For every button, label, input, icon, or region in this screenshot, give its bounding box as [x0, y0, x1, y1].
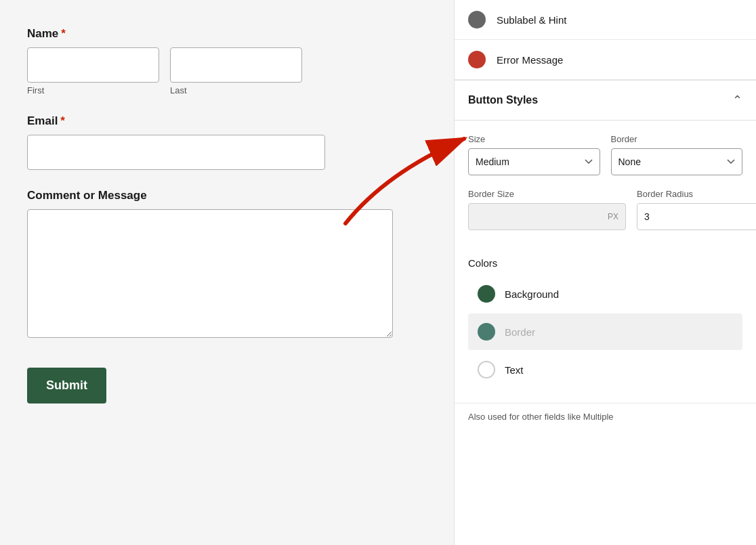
error-message-label: Error Message [497, 54, 563, 66]
name-inputs-row: First Last [27, 47, 427, 95]
name-label: Name * [27, 27, 427, 41]
email-label: Email * [27, 114, 427, 128]
message-label-text: Comment or Message [27, 189, 147, 202]
error-message-dot[interactable] [468, 51, 486, 68]
sublabel-hint-label: Sublabel & Hint [497, 14, 566, 26]
border-color-row[interactable]: Border [468, 313, 742, 350]
border-select[interactable]: None Solid Dashed [611, 148, 743, 175]
message-field-group: Comment or Message [27, 189, 427, 341]
border-size-unit: PX [601, 212, 625, 221]
sublabel-hint-dot[interactable] [468, 11, 486, 28]
background-color-row[interactable]: Background [468, 276, 742, 312]
size-border-row: Size Small Medium Large Border None Soli… [468, 134, 742, 175]
border-radius-label: Border Radius [637, 189, 756, 199]
text-color-label: Text [505, 364, 524, 376]
border-radius-input[interactable] [637, 211, 756, 222]
border-radius-input-wrapper: PX [637, 203, 756, 230]
text-color-dot [478, 361, 495, 378]
left-panel: Name * First Last Email * [0, 0, 454, 545]
submit-button[interactable]: Submit [27, 368, 106, 404]
button-styles-header[interactable]: Button Styles ⌃ [455, 80, 756, 121]
message-textarea[interactable] [27, 209, 393, 338]
message-label: Comment or Message [27, 189, 427, 202]
controls-area: Size Small Medium Large Border None Soli… [455, 121, 756, 257]
email-required-star: * [60, 114, 65, 128]
border-control: Border None Solid Dashed [611, 134, 743, 175]
background-color-dot [478, 285, 495, 303]
size-select[interactable]: Small Medium Large [468, 148, 600, 175]
first-name-input[interactable] [27, 47, 159, 83]
border-size-control: Border Size PX [468, 189, 626, 230]
sublabel-hint-row: Sublabel & Hint [455, 0, 756, 40]
border-size-label: Border Size [468, 189, 626, 199]
border-size-radius-row: Border Size PX Border Radius PX [468, 189, 742, 230]
last-name-wrapper: Last [170, 47, 302, 95]
text-color-row[interactable]: Text [468, 351, 742, 388]
background-color-label: Background [505, 288, 559, 300]
first-sublabel: First [27, 85, 159, 95]
last-name-input[interactable] [170, 47, 302, 83]
right-panel: Sublabel & Hint Error Message Button Sty… [454, 0, 756, 545]
name-required-star: * [61, 27, 66, 41]
border-color-label: Border [505, 326, 535, 338]
page-wrapper: Name * First Last Email * [0, 0, 756, 545]
footer-note: Also used for other fields like Multiple [455, 403, 756, 430]
border-label: Border [611, 134, 743, 144]
email-field-group: Email * [27, 114, 427, 170]
name-label-text: Name [27, 27, 58, 41]
section-title: Button Styles [468, 94, 538, 106]
error-message-row: Error Message [455, 40, 756, 80]
chevron-up-icon: ⌃ [732, 93, 742, 108]
size-control: Size Small Medium Large [468, 134, 600, 175]
border-color-dot [478, 323, 495, 341]
colors-section: Colors Background Border Text [455, 257, 756, 403]
first-name-wrapper: First [27, 47, 159, 95]
colors-title: Colors [468, 257, 742, 269]
name-field-group: Name * First Last [27, 27, 427, 95]
last-sublabel: Last [170, 85, 302, 95]
border-size-input-wrapper: PX [468, 203, 626, 230]
email-label-text: Email [27, 114, 58, 128]
border-radius-control: Border Radius PX [637, 189, 756, 230]
size-label: Size [468, 134, 600, 144]
email-input[interactable] [27, 135, 325, 170]
border-size-input[interactable] [469, 211, 601, 222]
